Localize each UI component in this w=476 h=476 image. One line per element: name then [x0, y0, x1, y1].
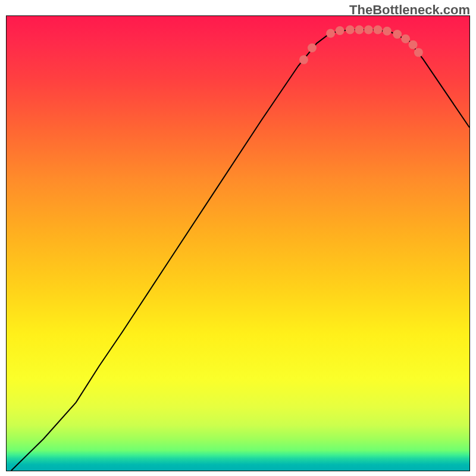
- curve-dot: [409, 40, 418, 49]
- plot-area: [6, 15, 470, 471]
- curve-dots: [299, 25, 423, 64]
- curve-dot: [401, 35, 410, 43]
- curve-dot: [414, 48, 423, 57]
- bottleneck-curve: [11, 30, 469, 471]
- curve-dot: [336, 26, 345, 35]
- curve-dot: [393, 30, 402, 39]
- chart-container: TheBottleneck.com: [0, 0, 476, 476]
- curve-dot: [326, 29, 335, 38]
- curve-dot: [299, 55, 308, 64]
- curve-layer: [7, 16, 469, 471]
- attribution-text: TheBottleneck.com: [349, 2, 470, 18]
- curve-dot: [383, 27, 392, 36]
- curve-dot: [373, 25, 382, 34]
- curve-dot: [346, 25, 355, 34]
- curve-dot: [355, 25, 364, 34]
- curve-dot: [364, 25, 373, 34]
- curve-dot: [308, 43, 317, 52]
